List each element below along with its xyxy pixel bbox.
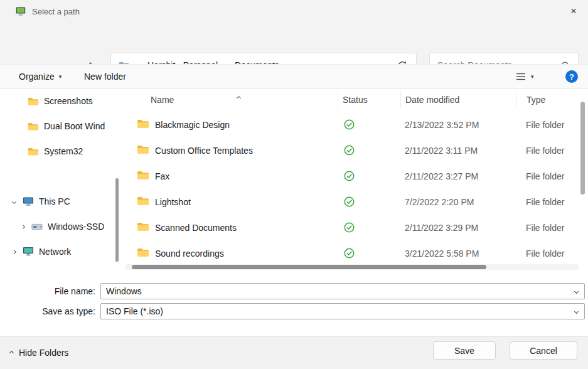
- chevron-down-icon[interactable]: [10, 200, 18, 203]
- status-synced-icon: [344, 171, 355, 181]
- file-name: Scanned Documents: [155, 223, 237, 233]
- new-folder-button[interactable]: New folder: [84, 65, 126, 88]
- vertical-scrollbar-thumb[interactable]: [580, 102, 585, 195]
- cancel-button[interactable]: Cancel: [510, 341, 577, 360]
- file-row[interactable]: Custom Office Templates 2/11/2022 3:11 P…: [126, 137, 579, 163]
- file-name-cell: Blackmagic Design: [126, 119, 338, 131]
- file-date-modified: 2/11/2022 3:27 PM: [400, 171, 516, 181]
- file-row[interactable]: Lightshot 7/2/2022 2:20 PM File folder: [126, 189, 579, 215]
- file-type: File folder: [516, 120, 579, 130]
- file-name-input[interactable]: [101, 286, 575, 296]
- save-as-type-select[interactable]: ISO File (*.iso): [100, 303, 585, 319]
- drive-icon: [31, 223, 43, 231]
- folder-icon: [137, 144, 149, 156]
- file-row[interactable]: Sound recordings 3/21/2022 5:58 PM File …: [126, 240, 579, 266]
- file-name: Lightshot: [155, 197, 191, 207]
- column-header-status[interactable]: Status: [338, 91, 400, 109]
- organize-label: Organize: [19, 72, 55, 82]
- horizontal-scrollbar-thumb[interactable]: [132, 265, 486, 269]
- close-icon: ×: [570, 5, 577, 18]
- sidebar-item-dual-boot-wind[interactable]: Dual Boot Wind: [0, 117, 114, 135]
- close-button[interactable]: ×: [559, 0, 588, 23]
- file-name-cell: Lightshot: [126, 196, 338, 208]
- save-as-type-value: ISO File (*.iso): [101, 306, 575, 316]
- file-row[interactable]: Fax 2/11/2022 3:27 PM File folder: [126, 163, 579, 189]
- file-rows: Blackmagic Design 2/13/2022 3:52 PM File…: [126, 112, 579, 266]
- file-type: File folder: [516, 171, 579, 181]
- sidebar-item-label: Network: [39, 247, 71, 257]
- folder-icon: [137, 247, 149, 259]
- help-icon: ?: [569, 72, 574, 82]
- file-date-modified: 2/11/2022 3:11 PM: [400, 146, 516, 156]
- file-status-cell: [338, 222, 400, 233]
- chevron-right-icon[interactable]: [19, 225, 26, 228]
- help-button[interactable]: ?: [565, 70, 578, 83]
- file-status-cell: [338, 248, 400, 259]
- status-synced-icon: [344, 145, 355, 156]
- navigation-bar: ← → ↑ Harshit - Personal Documents: [0, 23, 588, 64]
- file-date-modified: 7/2/2022 2:20 PM: [400, 197, 516, 207]
- sidebar-item-label: Windows-SSD: [48, 222, 104, 232]
- sidebar-item-this-pc[interactable]: This PC: [0, 193, 114, 210]
- file-row[interactable]: Scanned Documents 2/11/2022 3:29 PM File…: [126, 215, 579, 240]
- file-date-modified: 2/13/2022 3:52 PM: [400, 120, 516, 130]
- file-date-modified: 2/11/2022 3:29 PM: [400, 223, 516, 233]
- sidebar-group-0: Screenshots Dual Boot Wind System32: [0, 92, 118, 168]
- new-folder-label: New folder: [84, 72, 126, 82]
- folder-icon: [137, 119, 149, 131]
- file-status-cell: [338, 119, 400, 130]
- savetype-dropdown-icon[interactable]: [575, 310, 578, 313]
- chevron-up-icon: [9, 350, 14, 355]
- status-synced-icon: [344, 248, 355, 259]
- titlebar: Select a path ×: [0, 0, 588, 23]
- file-name-cell: Fax: [126, 170, 338, 182]
- file-name: Custom Office Templates: [155, 146, 253, 156]
- footer-bar: [0, 336, 588, 369]
- file-name-cell: Custom Office Templates: [126, 144, 338, 156]
- change-view-button[interactable]: ▾: [516, 65, 534, 88]
- file-status-cell: [338, 196, 400, 207]
- save-button[interactable]: Save: [433, 341, 496, 360]
- sidebar-item-network[interactable]: Network: [0, 243, 114, 260]
- sidebar-group-1: This PC Windows-SSD Network: [0, 193, 118, 268]
- file-status-cell: [338, 145, 400, 156]
- command-toolbar: Organize ▾ New folder ▾ ?: [0, 64, 588, 88]
- organize-button[interactable]: Organize ▾: [19, 65, 61, 88]
- column-headers: Name Status Date modified Type: [126, 91, 579, 109]
- sidebar-item-label: Dual Boot Wind: [44, 121, 105, 131]
- caret-down-icon: ▾: [59, 73, 62, 80]
- folder-icon: [28, 122, 39, 131]
- column-header-date-modified[interactable]: Date modified: [400, 91, 516, 109]
- hide-folders-button[interactable]: Hide Folders: [10, 336, 68, 369]
- folder-icon: [137, 222, 149, 233]
- file-type: File folder: [516, 197, 579, 207]
- folder-icon: [28, 97, 39, 106]
- file-name-combobox: [100, 283, 585, 299]
- file-status-cell: [338, 171, 400, 181]
- status-synced-icon: [344, 196, 355, 207]
- file-name: Sound recordings: [155, 249, 224, 259]
- window-title: Select a path: [32, 7, 80, 16]
- sidebar-scrollbar[interactable]: [115, 178, 119, 262]
- file-name-cell: Scanned Documents: [126, 222, 338, 233]
- chevron-right-icon[interactable]: [10, 250, 18, 254]
- file-type: File folder: [516, 223, 579, 233]
- filename-dropdown-icon[interactable]: [575, 290, 578, 293]
- status-synced-icon: [344, 222, 355, 233]
- sidebar-item-windows-ssd[interactable]: Windows-SSD: [0, 218, 114, 235]
- caret-down-icon: ▾: [531, 73, 534, 80]
- file-name: Blackmagic Design: [155, 120, 230, 130]
- file-name: Fax: [155, 171, 169, 181]
- column-header-type[interactable]: Type: [516, 91, 579, 109]
- sidebar-item-label: This PC: [39, 196, 70, 206]
- file-row[interactable]: Blackmagic Design 2/13/2022 3:52 PM File…: [126, 112, 579, 137]
- network-icon: [23, 247, 34, 257]
- app-icon: [16, 6, 26, 16]
- hide-folders-label: Hide Folders: [19, 348, 68, 358]
- list-view-icon: [516, 72, 526, 81]
- save-as-type-label: Save as type:: [0, 303, 95, 319]
- sidebar-item-system32[interactable]: System32: [0, 142, 114, 160]
- column-header-name[interactable]: Name: [126, 91, 338, 109]
- sidebar-item-screenshots[interactable]: Screenshots: [0, 92, 114, 110]
- sidebar-item-label: System32: [44, 146, 83, 156]
